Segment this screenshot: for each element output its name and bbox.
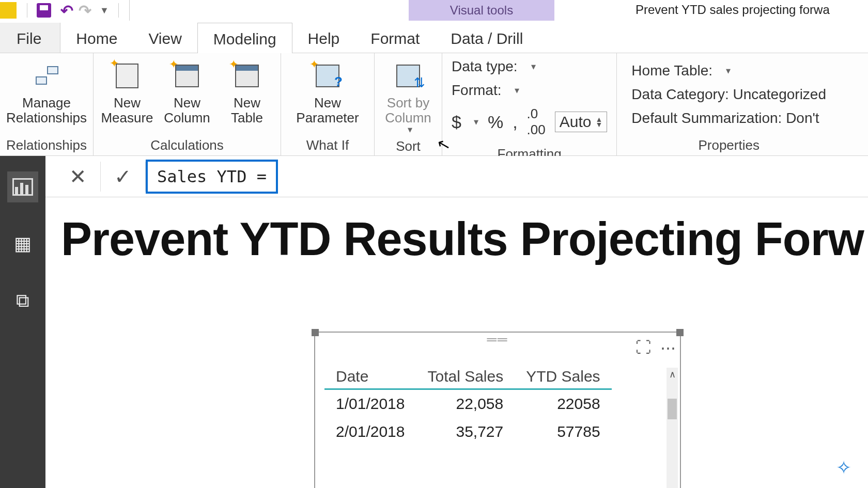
tab-file[interactable]: File xyxy=(0,23,60,53)
table-icon: ✦ xyxy=(235,60,259,91)
group-label: Calculations xyxy=(150,134,224,153)
scrollbar[interactable]: ∧ xyxy=(667,368,678,488)
ribbon-group-sort: ⇅ Sort by Column ▾ Sort xyxy=(375,53,442,155)
data-category-label: Data Category: Uncategorized xyxy=(631,86,826,103)
home-table-label: Home Table: xyxy=(631,62,712,79)
save-button[interactable] xyxy=(37,3,51,18)
tab-modeling[interactable]: Modeling xyxy=(197,23,292,53)
cell-ytd: 57785 xyxy=(515,418,611,446)
scroll-up-icon[interactable]: ∧ xyxy=(667,369,678,380)
report-title-text: Prevent YTD Results Projecting Forw xyxy=(61,213,868,266)
tab-view[interactable]: View xyxy=(133,23,197,53)
resize-handle[interactable] xyxy=(676,329,684,336)
cell-total: 22,058 xyxy=(416,389,515,418)
ribbon-group-relationships: Manage Relationships Relationships xyxy=(0,53,94,155)
formula-bar: ✕ ✓ Sales YTD = xyxy=(45,156,868,197)
label: New Parameter xyxy=(296,96,359,125)
column-icon: ✦ xyxy=(175,60,199,91)
view-sidebar: ▦ ⧉ xyxy=(0,156,45,488)
new-parameter-button[interactable]: ✦? New Parameter xyxy=(286,57,369,134)
grid-icon: ▦ xyxy=(14,233,32,255)
label: New Column xyxy=(164,96,210,125)
redo-button[interactable]: ↷ xyxy=(79,2,91,20)
percent-button[interactable]: % xyxy=(488,112,503,132)
more-options-icon[interactable]: ⋯ xyxy=(660,339,676,357)
new-column-button[interactable]: ✦ New Column xyxy=(159,57,215,134)
default-summarization-label: Default Summarization: Don't xyxy=(631,110,819,127)
visual-tools-contextual-tab: Visual tools xyxy=(409,0,554,21)
subscribe-badge-icon: ✧ xyxy=(836,457,851,479)
col-header-total[interactable]: Total Sales xyxy=(416,365,515,389)
tab-format[interactable]: Format xyxy=(355,23,435,53)
app-icon xyxy=(0,2,17,19)
label: New Table xyxy=(231,96,263,125)
tab-home[interactable]: Home xyxy=(60,23,133,53)
cell-date: 2/01/2018 xyxy=(324,418,416,446)
data-view-button[interactable]: ▦ xyxy=(7,228,38,259)
scroll-thumb[interactable] xyxy=(668,399,677,419)
tab-data-drill[interactable]: Data / Drill xyxy=(435,23,538,53)
ribbon-group-whatif: ✦? New Parameter What If xyxy=(281,53,375,155)
model-icon: ⧉ xyxy=(16,290,29,311)
file-title: Prevent YTD sales projecting forwa xyxy=(636,3,830,17)
label: Manage Relationships xyxy=(6,96,87,125)
group-label: Sort xyxy=(396,135,421,154)
commit-formula-button[interactable]: ✓ xyxy=(101,162,146,192)
group-label: What If xyxy=(306,134,349,153)
group-label: Relationships xyxy=(6,134,87,153)
cell-date: 1/01/2018 xyxy=(324,389,416,418)
decimal-places-stepper[interactable]: Auto ▲▼ xyxy=(555,112,608,132)
thousands-button[interactable]: , xyxy=(513,112,517,132)
ribbon-group-formatting: Data type: ▾ Format: ▾ $ ▾ % , .0.00 Aut… xyxy=(442,53,617,155)
formula-input[interactable]: Sales YTD = xyxy=(146,160,278,194)
divider xyxy=(27,3,27,18)
parameter-icon: ✦? xyxy=(316,60,339,91)
cell-total: 35,727 xyxy=(416,418,515,446)
undo-button[interactable]: ↶ xyxy=(60,2,73,20)
relationships-icon xyxy=(34,60,59,91)
home-table-dropdown[interactable]: ▾ xyxy=(726,65,731,76)
cancel-formula-button[interactable]: ✕ xyxy=(56,162,101,192)
auto-value: Auto xyxy=(560,113,592,131)
model-view-button[interactable]: ⧉ xyxy=(7,285,38,316)
data-type-label: Data type: xyxy=(452,58,518,75)
format-dropdown[interactable]: ▾ xyxy=(515,85,519,96)
ribbon-tabs: File Home View Modeling Help Format Data… xyxy=(0,21,868,53)
report-icon xyxy=(12,178,33,196)
new-measure-button[interactable]: ✦ New Measure xyxy=(99,57,156,134)
format-label: Format: xyxy=(452,82,501,99)
ribbon: Manage Relationships Relationships ✦ New… xyxy=(0,53,868,156)
label: Sort by Column xyxy=(385,96,431,125)
label: New Measure xyxy=(101,96,153,125)
currency-dropdown[interactable]: ▾ xyxy=(474,116,478,128)
cell-ytd: 22058 xyxy=(515,389,611,418)
sort-by-column-button[interactable]: ⇅ Sort by Column ▾ xyxy=(380,57,437,135)
sort-icon: ⇅ xyxy=(396,60,420,91)
data-type-dropdown[interactable]: ▾ xyxy=(531,61,536,72)
resize-handle[interactable] xyxy=(312,329,319,336)
report-view-button[interactable] xyxy=(7,171,38,202)
col-header-date[interactable]: Date xyxy=(324,365,416,389)
manage-relationships-button[interactable]: Manage Relationships xyxy=(5,57,88,134)
table-visual[interactable]: ══ ⛶ ⋯ ∧ Date Total Sales Y xyxy=(314,332,681,488)
currency-button[interactable]: $ xyxy=(452,112,461,132)
group-label: Properties xyxy=(698,134,760,153)
report-canvas[interactable]: Prevent YTD Results Projecting Forw ══ ⛶… xyxy=(45,197,868,488)
drag-handle-icon[interactable]: ══ xyxy=(487,332,508,348)
decimal-button[interactable]: .0.00 xyxy=(527,106,546,138)
table-row[interactable]: 1/01/2018 22,058 22058 xyxy=(324,389,612,418)
table-row[interactable]: 2/01/2018 35,727 57785 xyxy=(324,418,612,446)
tab-help[interactable]: Help xyxy=(292,23,355,53)
ribbon-group-properties: Home Table: ▾ Data Category: Uncategoriz… xyxy=(617,53,841,155)
ribbon-group-calculations: ✦ New Measure ✦ New Column ✦ New Table C… xyxy=(94,53,281,155)
col-header-ytd[interactable]: YTD Sales xyxy=(515,365,611,389)
measure-icon: ✦ xyxy=(116,60,138,91)
qat-dropdown[interactable]: ▼ xyxy=(100,5,109,16)
chevron-down-icon: ▾ xyxy=(408,125,412,135)
divider xyxy=(118,3,119,18)
focus-mode-icon[interactable]: ⛶ xyxy=(636,339,651,357)
new-table-button[interactable]: ✦ New Table xyxy=(219,57,275,134)
quick-access-toolbar: ↶ ↷ ▼ xyxy=(17,0,130,21)
table-content: Date Total Sales YTD Sales 1/01/2018 22,… xyxy=(315,333,680,446)
